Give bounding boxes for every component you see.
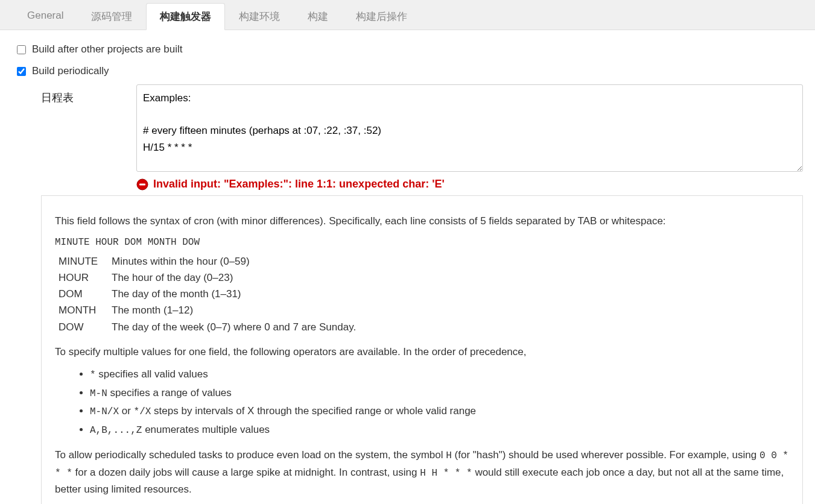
def-desc: The hour of the day (0–23) bbox=[112, 269, 233, 286]
help-syntax: MINUTE HOUR DOM MONTH DOW bbox=[55, 235, 789, 251]
def-term: DOW bbox=[59, 319, 112, 335]
config-tab-bar: General 源码管理 构建触发器 构建环境 构建 构建后操作 bbox=[0, 0, 815, 30]
help-multi-intro: To specify multiple values for one field… bbox=[55, 344, 789, 360]
schedule-label: 日程表 bbox=[41, 84, 125, 105]
cron-help-box: This field follows the syntax of cron (w… bbox=[41, 195, 803, 504]
periodic-subsection: 日程表 Invalid input: "Examples:": line 1:1… bbox=[41, 84, 803, 504]
op-range: M-N specifies a range of values bbox=[90, 385, 789, 402]
help-intro: This field follows the syntax of cron (w… bbox=[55, 213, 789, 229]
schedule-row: 日程表 bbox=[41, 84, 803, 172]
def-row: HOURThe hour of the day (0–23) bbox=[59, 269, 789, 286]
build-periodically-label: Build periodically bbox=[32, 65, 109, 77]
validation-error-text: Invalid input: "Examples:": line 1:1: un… bbox=[153, 178, 445, 191]
schedule-textarea[interactable] bbox=[136, 84, 803, 172]
def-term: MINUTE bbox=[59, 253, 112, 269]
def-desc: The day of the week (0–7) where 0 and 7 … bbox=[112, 319, 356, 335]
build-after-row: Build after other projects are built bbox=[17, 39, 803, 60]
tab-build[interactable]: 构建 bbox=[294, 3, 342, 30]
def-desc: The day of the month (1–31) bbox=[112, 286, 241, 302]
build-periodically-checkbox[interactable] bbox=[17, 67, 26, 76]
tab-build-environment[interactable]: 构建环境 bbox=[225, 3, 294, 30]
tab-general[interactable]: General bbox=[13, 3, 77, 30]
help-operators-list: * specifies all valid values M-N specifi… bbox=[55, 366, 789, 438]
def-term: MONTH bbox=[59, 302, 112, 318]
build-after-checkbox[interactable] bbox=[17, 45, 26, 54]
error-icon bbox=[136, 178, 148, 191]
def-desc: Minutes within the hour (0–59) bbox=[112, 253, 250, 269]
help-definitions: MINUTEMinutes within the hour (0–59) HOU… bbox=[59, 253, 789, 335]
svg-rect-1 bbox=[139, 183, 145, 185]
validation-error-row: Invalid input: "Examples:": line 1:1: un… bbox=[136, 178, 803, 191]
build-after-label: Build after other projects are built bbox=[32, 43, 182, 55]
def-row: MINUTEMinutes within the hour (0–59) bbox=[59, 253, 789, 269]
op-star: * specifies all valid values bbox=[90, 366, 789, 383]
tab-scm[interactable]: 源码管理 bbox=[77, 3, 146, 30]
op-step: M-N/X or */X steps by intervals of X thr… bbox=[90, 403, 789, 420]
def-row: MONTHThe month (1–12) bbox=[59, 302, 789, 318]
op-enum: A,B,...,Z enumerates multiple values bbox=[90, 421, 789, 439]
def-row: DOWThe day of the week (0–7) where 0 and… bbox=[59, 319, 789, 335]
help-hash-paragraph: To allow periodically scheduled tasks to… bbox=[55, 447, 789, 497]
def-row: DOMThe day of the month (1–31) bbox=[59, 286, 789, 302]
triggers-panel: Build after other projects are built Bui… bbox=[0, 30, 815, 504]
build-periodically-row: Build periodically bbox=[17, 60, 803, 82]
def-term: HOUR bbox=[59, 269, 112, 286]
tab-post-build[interactable]: 构建后操作 bbox=[342, 3, 421, 30]
tab-build-triggers[interactable]: 构建触发器 bbox=[146, 3, 225, 30]
def-desc: The month (1–12) bbox=[112, 302, 193, 318]
def-term: DOM bbox=[59, 286, 112, 302]
